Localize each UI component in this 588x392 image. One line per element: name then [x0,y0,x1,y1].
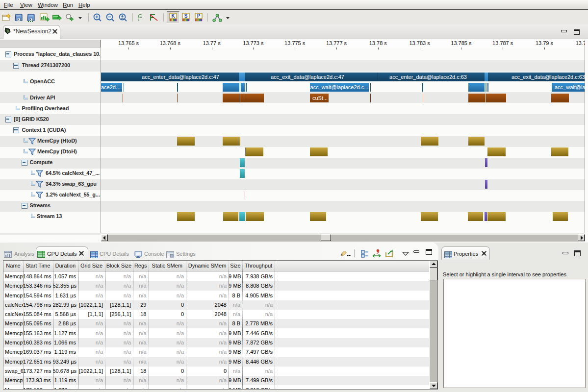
svg-text:P: P [197,13,201,19]
svg-text:K: K [171,13,175,19]
svg-text:S: S [184,13,188,19]
